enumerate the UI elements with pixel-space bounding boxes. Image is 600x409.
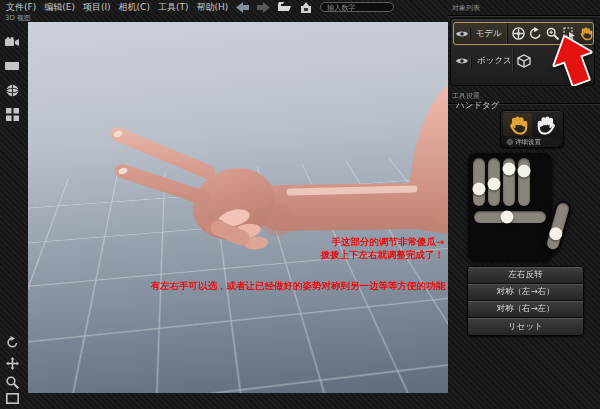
tab-3d-view[interactable]: 3D 视图 <box>5 14 31 22</box>
move-icon[interactable] <box>511 27 525 41</box>
flip-lr-button[interactable]: 左右反转 <box>468 267 583 284</box>
finger-slider-4[interactable] <box>518 158 530 206</box>
hand-tag-label: ハンドタグ <box>456 100 500 112</box>
hand-model[interactable] <box>28 22 448 393</box>
object-label-model: モデル <box>470 28 507 40</box>
spread-slider[interactable] <box>474 211 546 223</box>
finger-slider-panel <box>468 153 552 261</box>
radio-icon <box>507 139 513 145</box>
export-icon[interactable] <box>299 2 312 13</box>
slider-knob[interactable] <box>473 182 486 195</box>
finger-slider-2[interactable] <box>488 158 500 206</box>
app-window: 文件(F) 编辑(E) 项目(I) 相机(C) 工具(T) 帮助(H) 3D 视… <box>0 0 600 409</box>
zoom-view-icon[interactable] <box>4 374 20 390</box>
red-arrow-annotation <box>550 34 596 86</box>
plane-icon[interactable] <box>4 58 20 74</box>
pan-view-icon[interactable] <box>4 355 20 371</box>
annotation-line3: 有左右手可以选，或者让已经做好的姿势对称到另一边等等方便的功能 <box>151 280 446 293</box>
box-tools <box>513 49 531 72</box>
menu-help[interactable]: 帮助(H) <box>196 1 228 14</box>
menu-file[interactable]: 文件(F) <box>6 1 36 14</box>
menu-bar: 文件(F) 编辑(E) 项目(I) 相机(C) 工具(T) 帮助(H) <box>0 0 600 14</box>
quad-view-icon[interactable] <box>4 106 20 122</box>
rotate-icon[interactable] <box>528 27 542 41</box>
slider-knob[interactable] <box>503 162 516 175</box>
finger-slider-3[interactable] <box>503 158 515 206</box>
menu-tool[interactable]: 工具(T) <box>158 1 189 14</box>
sphere-icon[interactable] <box>4 82 20 98</box>
right-hand-icon[interactable] <box>532 113 561 136</box>
annotation-line1: 手这部分的调节非常傻瓜→ <box>332 236 444 249</box>
eye-icon[interactable] <box>453 57 471 65</box>
slider-knob[interactable] <box>518 165 531 178</box>
rotate-view-icon[interactable] <box>4 334 20 350</box>
hand-selector: 详细设置 <box>500 110 564 148</box>
menu-project[interactable]: 项目(I) <box>83 1 111 14</box>
frame-view-icon[interactable] <box>4 390 20 406</box>
back-arrow-icon[interactable] <box>236 2 249 13</box>
left-hand-icon[interactable] <box>503 113 532 136</box>
left-toolbar <box>0 22 28 393</box>
viewport-tab-strip: 3D 视图 <box>0 14 448 22</box>
menu-camera[interactable]: 相机(C) <box>119 1 150 14</box>
reset-button[interactable]: リセット <box>468 318 583 335</box>
detail-settings-toggle[interactable]: 详细设置 <box>505 137 561 147</box>
object-label-box: ボックス <box>471 55 513 67</box>
detail-settings-label: 详细设置 <box>515 138 541 147</box>
number-input[interactable] <box>320 2 394 12</box>
forward-arrow-icon[interactable] <box>257 2 270 13</box>
slider-knob[interactable] <box>548 226 564 242</box>
menu-edit[interactable]: 编辑(E) <box>44 1 75 14</box>
annotation-line2: 拨拨上下左右就调整完成了！ <box>321 249 445 262</box>
slider-knob[interactable] <box>488 177 501 190</box>
pose-button-group: 左右反转 对称（左→右） 对称（右→左） リセット <box>467 266 584 336</box>
right-panel: 对象列表 モデル <box>448 0 600 409</box>
folder-icon[interactable] <box>278 2 291 13</box>
mirror-r-to-l-button[interactable]: 对称（右→左） <box>468 301 583 318</box>
slider-knob[interactable] <box>501 211 514 224</box>
camera-icon[interactable] <box>4 34 20 50</box>
bottom-strip <box>0 393 448 409</box>
mirror-l-to-r-button[interactable]: 对称（左→右） <box>468 284 583 301</box>
3d-viewport[interactable]: 手这部分的调节非常傻瓜→ 拨拨上下左右就调整完成了！ 有左右手可以选，或者让已经… <box>28 22 448 393</box>
finger-slider-1[interactable] <box>473 158 485 206</box>
eye-icon[interactable] <box>454 30 470 38</box>
cube-icon[interactable] <box>517 54 531 68</box>
